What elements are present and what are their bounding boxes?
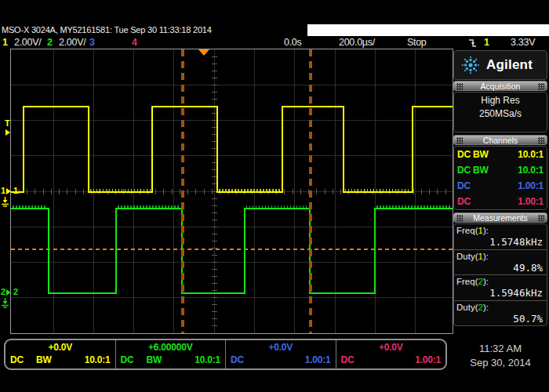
trigger-level-marker: T bbox=[5, 119, 10, 128]
ch1-settings-box[interactable]: +0.0V DC BW 10.0:1 bbox=[5, 340, 115, 368]
waveform-graticule bbox=[10, 49, 453, 334]
ch3-probe-ratio: 1.00:1 bbox=[518, 180, 544, 191]
measurement-row[interactable]: Freq(1): 1.5748kHz bbox=[454, 224, 547, 249]
ch4-probe-label: 1.00:1 bbox=[415, 354, 441, 366]
top-black-band bbox=[0, 0, 549, 24]
screen-body: 1 2.00V/ 2 2.00V/ 3 4 0.0s 200.0µs/ Stop… bbox=[0, 36, 549, 392]
acquisition-header-label: Acquisition bbox=[481, 82, 521, 91]
ch2-ground-icon bbox=[1, 297, 9, 311]
grip-icon bbox=[538, 215, 544, 222]
time-reference-marker-icon bbox=[198, 49, 209, 56]
ch1-offset: +0.0V bbox=[5, 341, 115, 354]
agilent-logo-icon bbox=[460, 55, 481, 75]
measurements-panel: Freq(1): 1.5748kHz Duty(1): 49.8% Freq(2… bbox=[453, 223, 547, 326]
clock-date: Sep 30, 2014 bbox=[453, 356, 547, 370]
ch2-ground-arrow-icon bbox=[6, 289, 11, 296]
ch4-coupling: DC bbox=[457, 196, 471, 207]
clock-time: 11:32 AM bbox=[453, 342, 547, 356]
ch4-coupling-label: DC bbox=[341, 354, 354, 366]
measurements-section-header[interactable]: Measurements bbox=[453, 212, 547, 223]
horizontal-delay[interactable]: 0.0s bbox=[284, 37, 301, 48]
ch3-probe-label: 1.00:1 bbox=[305, 354, 331, 366]
ch1-probe-ratio: 10.0:1 bbox=[518, 149, 544, 160]
acquisition-section-header[interactable]: Acquisition bbox=[453, 81, 547, 91]
channels-panel: DC BW 10.0:1 DC BW 10.0:1 DC 1.00:1 DC 1… bbox=[453, 146, 547, 210]
measurement-row[interactable]: Freq(2): 1.5946kHz bbox=[454, 274, 547, 300]
grip-icon bbox=[538, 137, 544, 144]
measurement-row[interactable]: Duty(1): 49.8% bbox=[454, 249, 547, 275]
ch2-scale[interactable]: 2.00V/ bbox=[59, 37, 85, 48]
measurement-label: Duty(1): bbox=[454, 250, 547, 262]
grip-icon bbox=[456, 83, 463, 90]
ch1-probe-label: 10.0:1 bbox=[85, 354, 111, 366]
ch3-number[interactable]: 3 bbox=[89, 37, 95, 48]
measurement-label: Duty(2): bbox=[454, 301, 547, 313]
ch4-number[interactable]: 4 bbox=[132, 37, 137, 48]
ch2-ground-label: 2 bbox=[1, 288, 5, 296]
brand-panel: Agilent bbox=[453, 50, 547, 80]
measurement-value: 49.8% bbox=[454, 262, 547, 274]
ch2-trace-label: 2 bbox=[13, 288, 18, 296]
title-bar: MSO-X 3024A, MY52161581: Tue Sep 30 11:3… bbox=[0, 24, 307, 36]
ch4-probe-ratio: 1.00:1 bbox=[518, 196, 544, 207]
grip-icon bbox=[456, 137, 463, 144]
ch2-bw-limit: BW bbox=[146, 354, 162, 366]
instrument-title: MSO-X 3024A, MY52161581: Tue Sep 30 11:3… bbox=[2, 25, 212, 34]
ch2-settings-box[interactable]: +6.00000V DC BW 10.0:1 bbox=[115, 340, 226, 368]
ch2-coupling-label: DC bbox=[121, 354, 134, 366]
clock: 11:32 AM Sep 30, 2014 bbox=[453, 342, 547, 370]
ch1-number[interactable]: 1 bbox=[2, 37, 8, 48]
channels-header-label: Channels bbox=[483, 136, 518, 145]
ch1-ground-arrow-icon bbox=[6, 188, 11, 194]
measurement-value: 50.7% bbox=[454, 313, 547, 325]
channel-info-row[interactable]: DC 1.00:1 bbox=[454, 178, 547, 194]
ch3-offset: +0.0V bbox=[226, 341, 336, 354]
status-bar: 1 2.00V/ 2 2.00V/ 3 4 0.0s 200.0µs/ Stop… bbox=[0, 36, 549, 49]
measurements-header-label: Measurements bbox=[473, 213, 527, 223]
ch1-scale[interactable]: 2.00V/ bbox=[14, 37, 41, 48]
run-state[interactable]: Stop bbox=[407, 37, 427, 48]
measurement-value: 1.5748kHz bbox=[454, 236, 547, 249]
channel-info-row[interactable]: DC BW 10.0:1 bbox=[454, 162, 547, 178]
channel-info-row[interactable]: DC 1.00:1 bbox=[454, 194, 547, 209]
waveform-canvas bbox=[11, 49, 453, 333]
measurement-row[interactable]: Duty(2): 50.7% bbox=[454, 300, 547, 326]
ch2-probe-label: 10.0:1 bbox=[195, 354, 220, 366]
acquisition-panel: High Res 250MSa/s bbox=[453, 92, 547, 132]
acquisition-mode: High Res bbox=[454, 95, 547, 106]
ch1-coupling: DC BW bbox=[457, 149, 489, 160]
ch3-coupling-label: DC bbox=[231, 354, 244, 366]
timebase-scale[interactable]: 200.0µs/ bbox=[339, 37, 375, 48]
trigger-level[interactable]: 3.33V bbox=[511, 37, 535, 48]
ch1-trace-label: 1 bbox=[13, 187, 18, 195]
ch1-ground-label: 1 bbox=[1, 187, 5, 195]
oscilloscope-screen: MSO-X 3024A, MY52161581: Tue Sep 30 11:3… bbox=[0, 0, 549, 392]
ch3-coupling: DC bbox=[457, 180, 471, 191]
channel-settings-bar: +0.0V DC BW 10.0:1 +6.00000V DC BW 10.0:… bbox=[4, 339, 447, 370]
ch1-coupling-label: DC bbox=[10, 354, 24, 366]
channel-info-row[interactable]: DC BW 10.0:1 bbox=[454, 147, 547, 162]
brand-name: Agilent bbox=[486, 57, 533, 73]
ch2-coupling: DC BW bbox=[457, 165, 489, 176]
measurement-label: Freq(1): bbox=[454, 224, 547, 236]
ch2-number[interactable]: 2 bbox=[47, 37, 53, 48]
trigger-edge-icon bbox=[468, 38, 477, 50]
grip-icon bbox=[538, 83, 544, 90]
channels-section-header[interactable]: Channels bbox=[453, 135, 547, 145]
ch4-settings-box[interactable]: +0.0V DC 1.00:1 bbox=[336, 340, 446, 368]
measurement-label: Freq(2): bbox=[454, 275, 547, 287]
ch2-offset: +6.00000V bbox=[116, 341, 226, 354]
grip-icon bbox=[456, 215, 463, 222]
trigger-source[interactable]: 1 bbox=[484, 37, 489, 48]
measurement-value: 1.5946kHz bbox=[454, 287, 547, 299]
trigger-arrow-icon bbox=[5, 129, 10, 136]
ch1-bw-limit: BW bbox=[36, 354, 52, 366]
ch1-ground-icon bbox=[1, 196, 9, 210]
ch4-offset: +0.0V bbox=[336, 341, 446, 354]
ch2-probe-ratio: 10.0:1 bbox=[518, 165, 544, 176]
ch3-settings-box[interactable]: +0.0V DC 1.00:1 bbox=[225, 340, 336, 368]
sample-rate: 250MSa/s bbox=[454, 108, 547, 119]
